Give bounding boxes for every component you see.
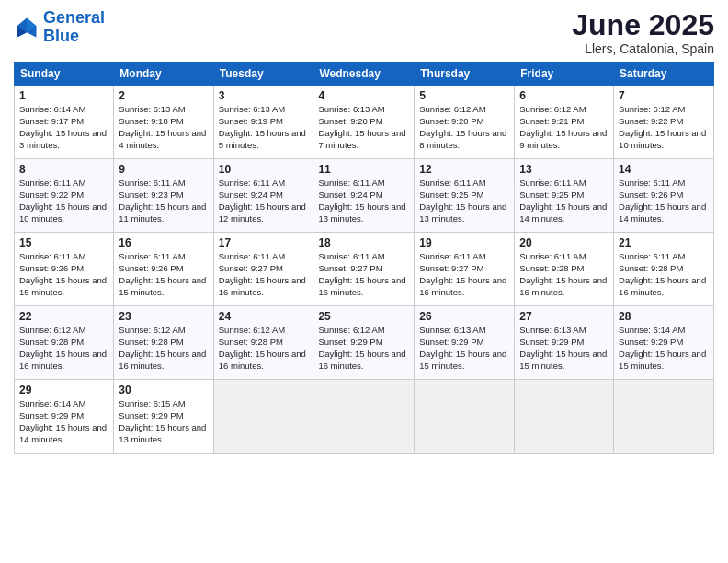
calendar-cell: 16Sunrise: 6:11 AMSunset: 9:26 PMDayligh…	[114, 233, 213, 306]
day-number: 19	[419, 236, 509, 250]
daylight-text: Daylight: 15 hours and 16 minutes.	[519, 275, 607, 297]
sunset-text: Sunset: 9:27 PM	[219, 263, 283, 273]
calendar-week-row: 1Sunrise: 6:14 AMSunset: 9:17 PMDaylight…	[15, 86, 714, 159]
day-number: 21	[619, 236, 709, 250]
sunset-text: Sunset: 9:28 PM	[519, 263, 584, 273]
sunset-text: Sunset: 9:27 PM	[419, 263, 483, 273]
sunset-text: Sunset: 9:28 PM	[619, 263, 683, 273]
calendar-cell: 6Sunrise: 6:12 AMSunset: 9:21 PMDaylight…	[515, 86, 614, 159]
calendar-cell: 5Sunrise: 6:12 AMSunset: 9:20 PMDaylight…	[415, 86, 515, 159]
calendar-cell: 1Sunrise: 6:14 AMSunset: 9:17 PMDaylight…	[15, 86, 114, 159]
calendar-cell: 28Sunrise: 6:14 AMSunset: 9:29 PMDayligh…	[614, 306, 714, 380]
day-number: 18	[318, 236, 409, 250]
sunrise-text: Sunrise: 6:12 AM	[119, 325, 185, 335]
day-number: 7	[619, 88, 709, 103]
calendar-cell	[313, 380, 415, 454]
daylight-text: Daylight: 15 hours and 5 minutes.	[219, 128, 306, 150]
sunset-text: Sunset: 9:29 PM	[519, 337, 584, 347]
calendar-cell: 30Sunrise: 6:15 AMSunset: 9:29 PMDayligh…	[114, 380, 213, 454]
sunrise-text: Sunrise: 6:12 AM	[619, 104, 685, 114]
day-number: 27	[519, 309, 609, 324]
sunset-text: Sunset: 9:26 PM	[119, 263, 183, 273]
calendar-cell: 4Sunrise: 6:13 AMSunset: 9:20 PMDaylight…	[313, 86, 415, 159]
sunset-text: Sunset: 9:29 PM	[318, 337, 382, 347]
calendar-cell: 22Sunrise: 6:12 AMSunset: 9:28 PMDayligh…	[15, 306, 114, 380]
daylight-text: Daylight: 15 hours and 16 minutes.	[318, 275, 405, 297]
col-header-sunday: Sunday	[15, 63, 114, 86]
sunrise-text: Sunrise: 6:13 AM	[318, 104, 384, 114]
calendar-cell: 3Sunrise: 6:13 AMSunset: 9:19 PMDaylight…	[213, 86, 313, 159]
sunrise-text: Sunrise: 6:13 AM	[519, 325, 586, 335]
sunset-text: Sunset: 9:28 PM	[119, 337, 183, 347]
calendar-cell: 24Sunrise: 6:12 AMSunset: 9:28 PMDayligh…	[213, 306, 313, 380]
sunset-text: Sunset: 9:25 PM	[419, 190, 483, 200]
sunrise-text: Sunrise: 6:12 AM	[219, 325, 285, 335]
page: General Blue June 2025 Llers, Catalonia,…	[0, 0, 728, 563]
day-number: 10	[219, 162, 309, 177]
sunrise-text: Sunrise: 6:11 AM	[619, 251, 685, 261]
sunrise-text: Sunrise: 6:12 AM	[519, 104, 586, 114]
day-number: 14	[619, 162, 709, 177]
sunrise-text: Sunrise: 6:11 AM	[619, 178, 685, 188]
daylight-text: Daylight: 15 hours and 10 minutes.	[19, 201, 107, 224]
calendar-cell	[213, 380, 313, 454]
sunrise-text: Sunrise: 6:12 AM	[19, 325, 85, 335]
day-number: 13	[519, 162, 609, 177]
col-header-friday: Friday	[515, 63, 614, 86]
day-number: 2	[119, 88, 208, 103]
col-header-thursday: Thursday	[415, 63, 515, 86]
calendar-cell: 21Sunrise: 6:11 AMSunset: 9:28 PMDayligh…	[614, 233, 714, 306]
calendar-cell: 23Sunrise: 6:12 AMSunset: 9:28 PMDayligh…	[114, 306, 213, 380]
daylight-text: Daylight: 15 hours and 13 minutes.	[318, 201, 405, 224]
daylight-text: Daylight: 15 hours and 15 minutes.	[619, 349, 706, 371]
sunrise-text: Sunrise: 6:11 AM	[119, 251, 185, 261]
daylight-text: Daylight: 15 hours and 14 minutes.	[19, 422, 107, 444]
logo-line2: Blue	[43, 27, 79, 45]
col-header-monday: Monday	[114, 63, 213, 86]
daylight-text: Daylight: 15 hours and 11 minutes.	[119, 201, 206, 224]
calendar-cell: 2Sunrise: 6:13 AMSunset: 9:18 PMDaylight…	[114, 86, 213, 159]
calendar-header-row: SundayMondayTuesdayWednesdayThursdayFrid…	[15, 63, 714, 86]
daylight-text: Daylight: 15 hours and 9 minutes.	[519, 128, 607, 150]
sunrise-text: Sunrise: 6:13 AM	[219, 104, 285, 114]
sunset-text: Sunset: 9:29 PM	[19, 410, 84, 420]
day-number: 1	[19, 88, 108, 103]
sunrise-text: Sunrise: 6:14 AM	[619, 325, 685, 335]
sunset-text: Sunset: 9:22 PM	[19, 190, 84, 200]
calendar-cell	[415, 380, 515, 454]
day-number: 11	[318, 162, 409, 177]
calendar-cell: 19Sunrise: 6:11 AMSunset: 9:27 PMDayligh…	[415, 233, 515, 306]
sunset-text: Sunset: 9:19 PM	[219, 116, 283, 126]
sunrise-text: Sunrise: 6:14 AM	[19, 398, 85, 408]
day-number: 29	[19, 383, 108, 397]
daylight-text: Daylight: 15 hours and 16 minutes.	[419, 275, 506, 297]
sunset-text: Sunset: 9:20 PM	[419, 116, 483, 126]
logo-line1: General	[43, 8, 105, 27]
daylight-text: Daylight: 15 hours and 10 minutes.	[619, 128, 706, 150]
sunset-text: Sunset: 9:17 PM	[19, 116, 84, 126]
sunrise-text: Sunrise: 6:15 AM	[119, 398, 185, 408]
day-number: 4	[318, 88, 409, 103]
daylight-text: Daylight: 15 hours and 8 minutes.	[419, 128, 506, 150]
col-header-tuesday: Tuesday	[213, 63, 313, 86]
col-header-wednesday: Wednesday	[313, 63, 415, 86]
day-number: 22	[19, 309, 108, 324]
calendar-cell: 9Sunrise: 6:11 AMSunset: 9:23 PMDaylight…	[114, 159, 213, 233]
daylight-text: Daylight: 15 hours and 16 minutes.	[619, 275, 706, 297]
daylight-text: Daylight: 15 hours and 14 minutes.	[619, 201, 706, 224]
col-header-saturday: Saturday	[614, 63, 714, 86]
sunset-text: Sunset: 9:21 PM	[519, 116, 584, 126]
day-number: 12	[419, 162, 509, 177]
day-number: 24	[219, 309, 309, 324]
daylight-text: Daylight: 15 hours and 14 minutes.	[519, 201, 607, 224]
sunrise-text: Sunrise: 6:13 AM	[419, 325, 485, 335]
sunset-text: Sunset: 9:28 PM	[219, 337, 283, 347]
calendar-cell: 27Sunrise: 6:13 AMSunset: 9:29 PMDayligh…	[515, 306, 614, 380]
calendar-cell: 20Sunrise: 6:11 AMSunset: 9:28 PMDayligh…	[515, 233, 614, 306]
day-number: 5	[419, 88, 509, 103]
daylight-text: Daylight: 15 hours and 16 minutes.	[219, 275, 306, 297]
calendar-table: SundayMondayTuesdayWednesdayThursdayFrid…	[14, 62, 714, 454]
sunset-text: Sunset: 9:29 PM	[419, 337, 483, 347]
sunrise-text: Sunrise: 6:11 AM	[519, 251, 586, 261]
day-number: 15	[19, 236, 108, 250]
